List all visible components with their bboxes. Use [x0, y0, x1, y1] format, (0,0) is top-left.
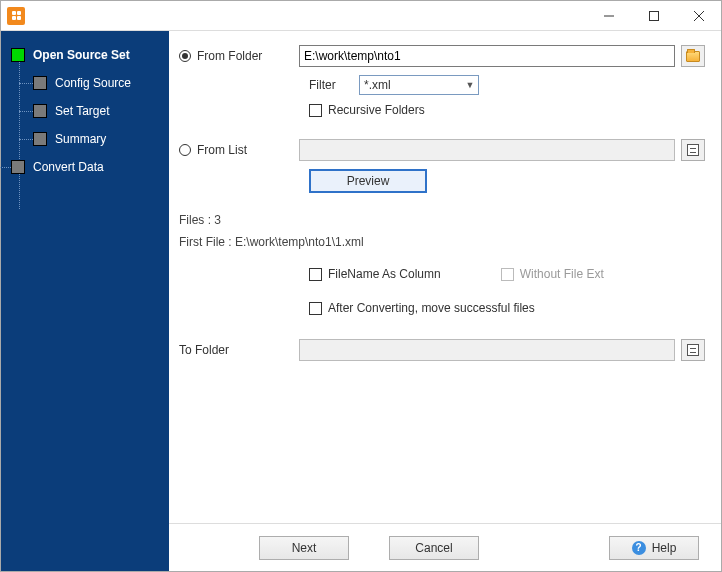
chevron-down-icon: ▼: [462, 80, 478, 90]
sidebar-item-convert-data[interactable]: Convert Data: [11, 153, 169, 181]
to-folder-input[interactable]: [299, 339, 675, 361]
files-count: Files : 3: [179, 213, 705, 227]
from-folder-input[interactable]: [299, 45, 675, 67]
help-icon: ?: [632, 541, 646, 555]
app-window: Open Source Set Config Source Set Target…: [0, 0, 722, 572]
sidebar-item-summary[interactable]: Summary: [33, 125, 169, 153]
filter-combo[interactable]: *.xml ▼: [359, 75, 479, 95]
sidebar-item-label: Convert Data: [33, 160, 104, 174]
footer: Next Cancel ? Help: [169, 523, 721, 571]
help-button[interactable]: ? Help: [609, 536, 699, 560]
sidebar-item-label: Set Target: [55, 104, 109, 118]
from-folder-label: From Folder: [197, 49, 262, 63]
titlebar: [1, 1, 721, 31]
filter-label: Filter: [309, 78, 359, 92]
browse-folder-button[interactable]: [681, 45, 705, 67]
first-file: First File : E:\work\temp\nto1\1.xml: [179, 235, 705, 249]
browse-to-folder-button[interactable]: [681, 339, 705, 361]
list-icon: [687, 144, 699, 156]
next-button[interactable]: Next: [259, 536, 349, 560]
filter-value: *.xml: [360, 78, 462, 92]
without-ext-checkbox: [501, 268, 514, 281]
close-button[interactable]: [676, 1, 721, 30]
without-ext-label: Without File Ext: [520, 267, 604, 281]
app-icon: [7, 7, 25, 25]
filename-as-column-label: FileName As Column: [328, 267, 441, 281]
from-list-label: From List: [197, 143, 247, 157]
folder-icon: [686, 51, 700, 62]
sidebar-item-config-source[interactable]: Config Source: [33, 69, 169, 97]
from-list-radio[interactable]: [179, 144, 191, 156]
from-folder-radio[interactable]: [179, 50, 191, 62]
from-list-input[interactable]: [299, 139, 675, 161]
filename-as-column-checkbox[interactable]: [309, 268, 322, 281]
maximize-button[interactable]: [631, 1, 676, 30]
preview-button[interactable]: Preview: [309, 169, 427, 193]
browse-list-button[interactable]: [681, 139, 705, 161]
sidebar-item-label: Open Source Set: [33, 48, 130, 62]
after-convert-checkbox[interactable]: [309, 302, 322, 315]
sidebar: Open Source Set Config Source Set Target…: [1, 31, 169, 571]
folder-open-icon: [687, 344, 699, 356]
sidebar-item-label: Config Source: [55, 76, 131, 90]
svg-rect-1: [649, 11, 658, 20]
after-convert-label: After Converting, move successful files: [328, 301, 535, 315]
main-content: From Folder Filter *.xml ▼: [169, 31, 721, 523]
sidebar-item-label: Summary: [55, 132, 106, 146]
cancel-button[interactable]: Cancel: [389, 536, 479, 560]
sidebar-item-set-target[interactable]: Set Target: [33, 97, 169, 125]
minimize-button[interactable]: [586, 1, 631, 30]
to-folder-label: To Folder: [179, 343, 229, 357]
recursive-label: Recursive Folders: [328, 103, 425, 117]
sidebar-item-open-source-set[interactable]: Open Source Set: [11, 41, 169, 69]
recursive-checkbox[interactable]: [309, 104, 322, 117]
